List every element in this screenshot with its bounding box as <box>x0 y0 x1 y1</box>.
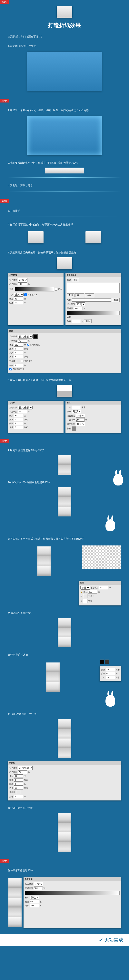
delete-button[interactable]: 删除 <box>84 319 92 323</box>
loc-input[interactable] <box>72 320 81 323</box>
global-light-check[interactable] <box>27 344 29 346</box>
shadow-opacity[interactable] <box>18 339 27 343</box>
stroke-fill[interactable]: 颜色 <box>76 422 85 426</box>
layer-opacity[interactable] <box>99 586 108 589</box>
swatch-dark[interactable] <box>105 660 109 664</box>
step-11-text: 11.最后在传到最上方，没 <box>8 713 121 716</box>
ok-button[interactable]: 确定 <box>72 278 79 282</box>
stroke-blend[interactable]: 正常 <box>76 414 85 418</box>
fg-ramp[interactable] <box>25 891 119 895</box>
style-label: 样式 <box>10 293 13 296</box>
bunny-mascot-2 <box>105 519 115 531</box>
fg-angle[interactable] <box>30 900 39 904</box>
gradient-ramp[interactable] <box>67 311 119 315</box>
swatch-black[interactable] <box>100 660 104 664</box>
layer-name: 形状 1 <box>88 595 94 598</box>
mini-dist[interactable] <box>106 668 115 671</box>
angle-label: 角度 <box>10 298 13 300</box>
opacity-input[interactable] <box>18 282 27 286</box>
inner-blend[interactable]: 正片叠底 <box>18 406 33 409</box>
final-angle[interactable] <box>14 775 23 778</box>
shadow-angle[interactable] <box>14 343 23 347</box>
layer-thumb <box>83 594 88 598</box>
knockout-check[interactable] <box>10 368 12 371</box>
contour-picker[interactable] <box>16 359 21 363</box>
mini-shadow-panel: 距离像素 扩展% 大小像素 <box>100 666 121 681</box>
page-title: 打造折纸效果 <box>8 22 121 29</box>
box-d <box>57 385 72 397</box>
layer-fill[interactable] <box>88 590 97 593</box>
layer-row[interactable]: 👁形状 1 <box>80 594 119 598</box>
final-blend[interactable]: 正片叠底 <box>18 766 33 770</box>
final-dist[interactable] <box>14 778 23 782</box>
lock-icon[interactable]: 🔒 <box>80 591 83 593</box>
save-button[interactable]: 存储... <box>85 293 94 298</box>
gradient-preview[interactable] <box>15 287 54 291</box>
gradient-overlay-panel: 渐变叠加 混合模式正常 不透明度% 渐变:反向 样式线性与图层对齐 角度度 缩放… <box>8 273 64 325</box>
blend-label: 混合模式 <box>10 279 17 282</box>
transparency-preview <box>82 546 121 569</box>
blend-select[interactable]: 正常 <box>18 278 27 282</box>
stroke-size[interactable] <box>72 406 81 409</box>
final-opacity[interactable] <box>18 770 27 774</box>
spread-input[interactable] <box>14 351 23 354</box>
step-badge-2: 第2步 <box>0 99 9 102</box>
fold-demo-4 <box>37 546 51 576</box>
final-size[interactable] <box>14 786 23 789</box>
layer-blend[interactable]: 正常 <box>80 586 90 590</box>
fold-demo-7 <box>57 719 72 758</box>
shadow-color[interactable] <box>33 334 38 339</box>
name-input[interactable] <box>72 298 111 302</box>
shadow-panel: 投影 混合模式正片叠底 不透明度% 角度度 使用全局光 距离像素 扩展% 大小像… <box>8 329 121 372</box>
inner-angle[interactable] <box>14 414 23 417</box>
eye-icon[interactable]: 👁 <box>80 595 82 597</box>
step-6-text: 6.如果你得下面这6个方法好，每下面75px的让方分组这样 <box>8 223 121 226</box>
scale-input[interactable] <box>14 301 23 304</box>
fg-style[interactable]: 线性 <box>30 896 39 899</box>
note-4: 我让让R这图是不好些 <box>8 807 121 810</box>
preset-grid[interactable] <box>67 283 119 293</box>
glow-line-2 <box>8 191 121 191</box>
size-input[interactable] <box>14 355 23 358</box>
final-contour[interactable] <box>16 790 21 794</box>
fold-demo-3 <box>57 487 72 517</box>
new-button[interactable]: 新建 <box>112 298 119 302</box>
type-label: 渐变类型 <box>67 303 75 306</box>
align-check[interactable] <box>24 293 27 296</box>
layer-row-bg[interactable]: 👁背景 <box>80 599 119 603</box>
type-select[interactable]: 实底 <box>76 302 85 306</box>
antialias-check[interactable] <box>21 360 24 363</box>
angle-input[interactable] <box>14 297 23 301</box>
inner-choke[interactable] <box>14 422 23 425</box>
step-badge-3: 第3步 <box>0 199 9 203</box>
mini-spread[interactable] <box>106 672 115 675</box>
fold-demo-5 <box>57 618 72 647</box>
inner-size[interactable] <box>14 426 23 429</box>
smooth-input[interactable] <box>74 307 83 310</box>
shadow-title: 投影 <box>8 329 121 333</box>
style-select[interactable]: 线性 <box>14 293 24 296</box>
eye-icon[interactable]: 👁 <box>80 600 82 602</box>
noise-input[interactable] <box>14 364 23 367</box>
mini-size[interactable] <box>106 676 115 679</box>
reverse-check[interactable] <box>55 288 57 291</box>
final-noise[interactable] <box>14 795 23 798</box>
final-choke[interactable] <box>14 782 23 786</box>
fg-scale[interactable] <box>30 904 39 907</box>
presets-label: 预设 <box>67 279 71 282</box>
stroke-color-swatch[interactable] <box>72 426 76 431</box>
stroke-opacity[interactable] <box>76 418 85 422</box>
inner-opacity[interactable] <box>18 410 27 414</box>
step-badge-1: 第1步 <box>0 0 9 4</box>
cancel-button[interactable]: 取消 <box>67 293 75 298</box>
fold-demo-2 <box>57 455 72 475</box>
fg-opacity[interactable] <box>34 886 43 890</box>
final-gradient-panel: 渐变叠加 混合模式正常 不透明度% 样式线性 角度度 缩放% <box>24 877 121 928</box>
dist-input[interactable] <box>14 347 23 350</box>
fg-blend[interactable]: 正常 <box>34 882 43 886</box>
inner-dist[interactable] <box>14 418 23 421</box>
shadow-blend[interactable]: 正片叠底 <box>18 335 33 339</box>
load-button[interactable]: 载入... <box>75 293 84 298</box>
stroke-pos[interactable]: 外部 <box>72 410 81 414</box>
step-7-text: 7.我们满完后组失败的脑，好好样子记不，好好好满是还最好 <box>8 251 121 255</box>
